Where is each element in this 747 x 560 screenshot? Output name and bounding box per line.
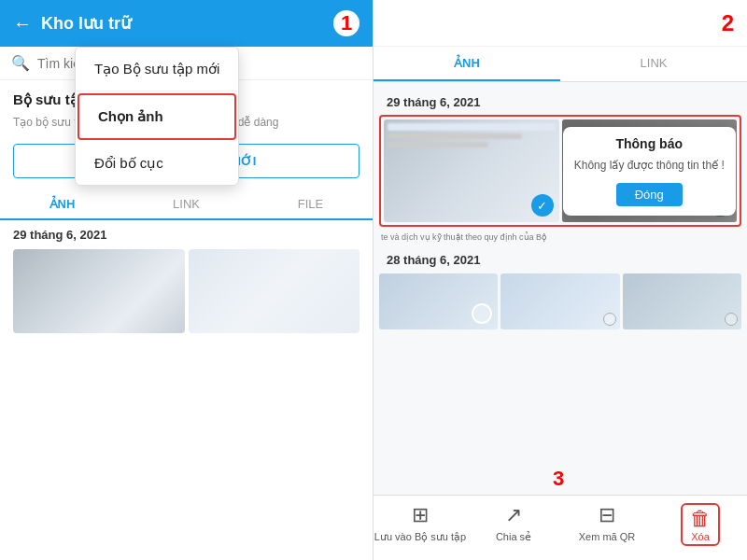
photo-small-2[interactable] [500,273,619,329]
photo-grid-right-1: ✓ ✓ Thông báo Không lấy được thông tin t… [379,115,741,227]
left-panel: ← Kho lưu trữ 1 🔍 Bộ sưu tập Tạo bộ sưu … [0,0,374,560]
tab-left-anh[interactable]: ẢNH [0,189,124,220]
photo-row-1: ✓ ✓ Thông báo Không lấy được thông tin t… [379,115,741,227]
select-circle-2 [603,313,616,326]
photo-small-3-inner [623,273,741,329]
photo-small-1[interactable] [379,273,498,329]
right-panel: 2 ẢNH LINK 29 tháng 6, 2021 [374,0,747,560]
delete-box: 🗑 Xóa [681,503,720,546]
action-share[interactable]: ↗ Chia sẻ [467,503,560,543]
save-collection-icon: ⊞ [412,503,429,527]
action-delete[interactable]: 🗑 Xóa [654,503,747,546]
right-tabs: ẢNH LINK [374,47,747,82]
photo-small-3[interactable] [623,273,741,329]
modal-body: Không lấy được thông tin thế ! [574,159,725,172]
dropdown-item-layout[interactable]: Đổi bố cục [76,142,238,185]
content-text: te và dịch vụ kỹ thuật theo quy định của… [381,231,740,244]
photo-grid-left [0,245,373,337]
dropdown-item-choose[interactable]: Chọn ảnh [78,93,236,140]
modal-box: Thông báo Không lấy được thông tin thế !… [563,127,736,216]
step-number-2: 2 [722,10,734,36]
photo-thumb-2[interactable] [189,249,360,333]
second-row-photos [374,271,747,335]
share-label: Chia sẻ [496,531,531,543]
step-number-3: 3 [553,467,564,491]
search-icon: 🔍 [11,54,30,72]
action-save-collection[interactable]: ⊞ Lưu vào Bộ sưu tập [374,503,467,543]
photo-thumb-1[interactable] [13,249,185,333]
action-qr[interactable]: ⊟ Xem mã QR [560,503,654,542]
photo-right-1[interactable]: ✓ [384,119,559,222]
date-label-right-2: 28 tháng 6, 2021 [374,247,747,271]
app-title: Kho lưu trữ [41,13,333,34]
bottom-bar: ⊞ Lưu vào Bộ sưu tập ↗ Chia sẻ ⊟ Xem mã … [374,495,747,560]
qr-label: Xem mã QR [579,531,636,542]
delete-icon: 🗑 [690,507,711,531]
photo-right-2[interactable]: ✓ Thông báo Không lấy được thông tin thế… [562,119,738,222]
photo-thumb-2-inner [189,249,360,333]
date-label-left: 29 tháng 6, 2021 [0,220,373,245]
qr-icon: ⊟ [599,503,615,527]
date-label-right-1: 29 tháng 6, 2021 [374,90,747,113]
modal-title: Thông báo [574,136,725,151]
right-header: 2 [374,0,747,47]
tab-right-anh[interactable]: ẢNH [374,47,560,81]
back-button[interactable]: ← [13,13,32,35]
tab-right-link[interactable]: LINK [560,47,747,81]
tab-left-file[interactable]: FILE [248,189,373,218]
dropdown-item-create[interactable]: Tạo Bộ sưu tập mới [76,48,238,91]
photo-thumb-1-inner [13,249,185,333]
left-tabs: ẢNH LINK FILE [0,189,373,220]
step-number-1: 1 [333,10,359,36]
modal-overlay: Thông báo Không lấy được thông tin thế !… [562,119,738,222]
right-content: 29 tháng 6, 2021 ✓ [374,82,747,495]
check-badge-1: ✓ [531,194,554,217]
delete-label: Xóa [691,531,710,542]
save-collection-label: Lưu vào Bộ sưu tập [374,531,466,543]
share-icon: ↗ [505,503,522,527]
left-header: ← Kho lưu trữ 1 [0,0,373,47]
tab-left-link[interactable]: LINK [124,189,248,218]
dropdown-menu: Tạo Bộ sưu tập mới Chọn ảnh Đổi bố cục [75,47,239,186]
photo-small-2-inner [500,273,619,329]
modal-close-button[interactable]: Đóng [616,183,683,206]
